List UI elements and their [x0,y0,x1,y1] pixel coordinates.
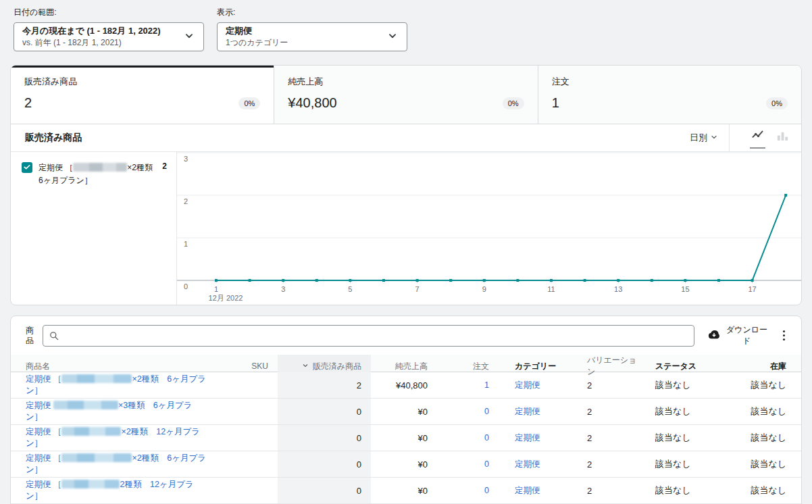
line-chart-icon [751,133,764,143]
redacted-product-name [61,453,132,462]
category-link[interactable]: 定期便 [515,406,540,418]
status-cell: 該当なし [639,399,724,424]
category-cell: 定期便 [499,451,571,477]
analytics-report-page: 日付の範囲: 今月の現在まで (1 - 182月 1, 2022) vs. 前年… [0,0,812,504]
orders-cell: 0 [437,451,499,477]
metric-change-badge: 0% [238,97,260,109]
chart-header: 販売済み商品 日別 [11,124,801,152]
product-filter-label: 商品 [26,326,36,346]
product-name-cell: 定期便 ［×2種類 6ヶ月プラン］ [11,451,207,477]
kebab-menu-icon [783,330,786,333]
chevron-down-icon [710,133,718,143]
orders-link[interactable]: 0 [484,407,489,416]
product-link[interactable]: 定期便 ［×2種類 12ヶ月プラン］ [26,426,207,449]
net-sales-cell: ¥0 [371,399,437,424]
metric-label: 純売上高 [288,76,524,88]
metric-change-badge: 0% [766,97,788,109]
status-cell: 該当なし [639,451,724,477]
svg-text:17: 17 [748,285,756,293]
product-link[interactable]: 定期便 ［×2種類 6ヶ月プラン］ [26,374,207,397]
redacted-product-name [61,480,120,488]
line-chart-toggle-button[interactable] [750,127,765,149]
chart-title: 販売済み商品 [25,132,82,144]
items-sold-cell: 0 [278,399,371,424]
svg-text:11: 11 [547,285,555,293]
items-sold-cell: 2 [278,372,371,398]
orders-link[interactable]: 0 [484,459,489,469]
sort-chevron-icon [301,361,309,372]
chart-plot-area: 0123135791113151712月 2022 [177,152,801,305]
inventory-cell: 該当なし [724,451,801,477]
orders-cell: 1 [437,372,499,398]
display-dropdown[interactable]: 定期便 1つのカテゴリー [217,22,407,51]
download-button[interactable]: ダウンロード [707,325,768,346]
chevron-down-icon [183,30,195,45]
table-row: 定期便 ［×2種類 6ヶ月プラン］ 0 ¥0 0 定期便 2 該当なし 該当なし [11,451,801,478]
orders-link[interactable]: 0 [484,486,489,495]
orders-cell: 0 [437,399,499,424]
series-value: 2 [162,161,167,171]
inventory-cell: 該当なし [724,372,801,398]
products-table-card: 商品 ダウンロード 商品名 SKU [10,316,802,504]
category-link[interactable]: 定期便 [515,485,540,497]
search-input[interactable] [43,325,694,347]
product-name-cell: 定期便 ［2種類 12ヶ月プラン］ [11,478,207,503]
date-range-comparison: vs. 前年 (1 - 182月 1, 2021) [22,37,183,49]
inventory-cell: 該当なし [724,425,801,451]
filters-row: 日付の範囲: 今月の現在まで (1 - 182月 1, 2022) vs. 前年… [10,0,802,65]
svg-text:1: 1 [184,240,188,248]
date-range-value: 今月の現在まで (1 - 182月 1, 2022) [22,25,183,37]
svg-text:15: 15 [681,285,689,293]
more-actions-button[interactable] [778,326,791,345]
chart-legend: 定期便 ［×2種類 6ヶ月プラン］ 2 [11,152,177,305]
status-cell: 該当なし [639,425,724,451]
sku-cell [207,399,278,424]
metric-value: 1 [552,95,559,111]
metric-tab[interactable]: 注文 1 0% [538,66,801,124]
redacted-product-name [61,427,121,436]
table-row: 定期便 ×3種類 6ヶ月プラン］ 0 ¥0 0 定期便 2 該当なし 該当なし [11,399,801,425]
bar-chart-toggle-button[interactable] [775,128,790,148]
table-row: 定期便 ［2種類 12ヶ月プラン］ 0 ¥0 0 定期便 2 該当なし 該当なし [11,478,801,504]
search-box [43,325,694,347]
product-link[interactable]: 定期便 ［2種類 12ヶ月プラン］ [26,479,207,502]
table-row: 定期便 ［×2種類 12ヶ月プラン］ 0 ¥0 0 定期便 2 該当なし 該当な… [11,425,801,451]
sku-cell [207,425,278,451]
series-checkbox[interactable] [22,162,32,173]
category-cell: 定期便 [499,399,571,424]
metric-tab[interactable]: 純売上高 ¥40,800 0% [274,66,537,124]
date-range-dropdown[interactable]: 今月の現在まで (1 - 182月 1, 2022) vs. 前年 (1 - 1… [14,22,204,51]
granularity-dropdown[interactable]: 日別 [690,132,718,144]
category-link[interactable]: 定期便 [515,380,540,391]
product-name-cell: 定期便 ［×2種類 6ヶ月プラン］ [11,372,207,398]
net-sales-cell: ¥0 [371,478,437,503]
svg-text:13: 13 [614,285,622,293]
net-sales-cell: ¥0 [371,451,437,477]
svg-text:1: 1 [214,285,218,293]
redacted-product-name [53,401,118,409]
inventory-cell: 該当なし [724,399,801,424]
search-icon [49,330,59,344]
redacted-product-name [61,374,132,383]
product-name-cell: 定期便 ×3種類 6ヶ月プラン］ [11,399,207,424]
sales-line-chart: 0123135791113151712月 2022 [177,152,801,305]
orders-link[interactable]: 0 [484,433,489,443]
orders-link[interactable]: 1 [484,380,489,390]
table-row: 定期便 ［×2種類 6ヶ月プラン］ 2 ¥40,800 1 定期便 2 該当なし… [11,372,801,399]
inventory-cell: 該当なし [724,478,801,503]
cloud-download-icon [707,330,721,342]
svg-text:7: 7 [415,285,420,293]
category-cell: 定期便 [499,478,571,503]
metric-tab[interactable]: 販売済み商品 2 0% [11,66,274,124]
variations-cell: 2 [571,399,639,424]
series-label: 定期便 ［×2種類 6ヶ月プラン］ [39,161,153,186]
category-link[interactable]: 定期便 [515,432,540,444]
category-link[interactable]: 定期便 [515,459,540,470]
display-value: 定期便 [226,25,386,37]
metric-change-badge: 0% [503,97,524,109]
product-link[interactable]: 定期便 ×3種類 6ヶ月プラン］ [26,400,207,423]
product-link[interactable]: 定期便 ［×2種類 6ヶ月プラン］ [26,453,207,476]
svg-text:0: 0 [184,282,188,291]
svg-text:2: 2 [184,197,188,205]
display-label: 表示: [217,7,407,18]
